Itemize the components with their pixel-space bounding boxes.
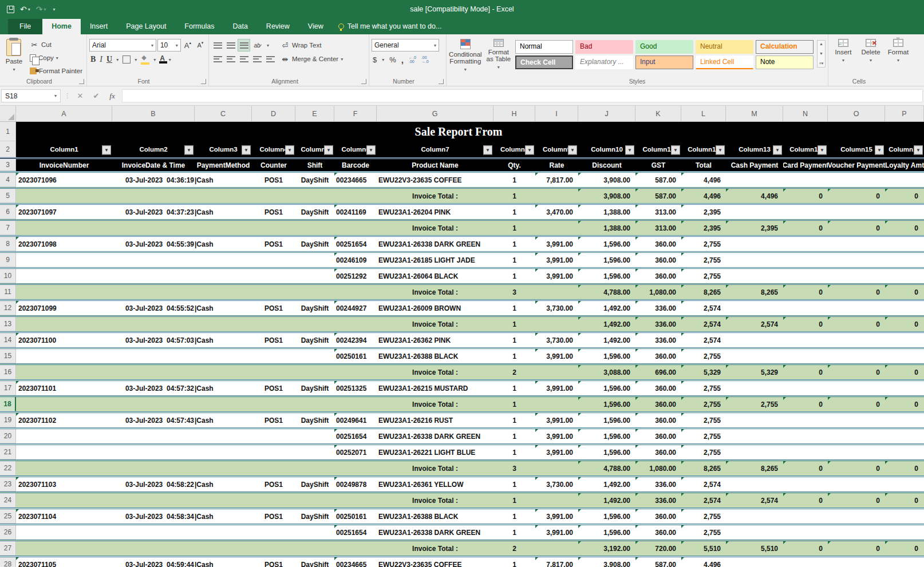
cell-L6[interactable]: 2,395 [681, 205, 726, 219]
cell-A18[interactable] [16, 397, 112, 411]
cell-A28[interactable]: 2023071105 [16, 557, 112, 567]
cell-M18[interactable]: 2,755 [726, 397, 783, 411]
cell-style-calculation[interactable]: Calculation [756, 40, 814, 54]
cell-K21[interactable]: 360.00 [635, 445, 681, 459]
cell-D10[interactable] [252, 269, 295, 283]
row-header-11[interactable]: 11 [0, 285, 16, 299]
cell-J6[interactable]: 1,388.00 [578, 205, 635, 219]
cell-I17[interactable]: 3,991.00 [535, 381, 578, 395]
cell-A11[interactable] [16, 285, 112, 299]
cell-M23[interactable] [726, 477, 783, 491]
cell-E23[interactable]: DayShift [295, 477, 334, 491]
cell-E17[interactable]: DayShift [295, 381, 334, 395]
invoice-total-label[interactable]: Invoice Total : [377, 541, 493, 556]
cell-N22[interactable]: 0 [783, 461, 828, 475]
table-header-product-name[interactable]: Product Name [377, 159, 493, 171]
column-header-N[interactable]: N [783, 106, 828, 121]
tab-home[interactable]: Home [42, 19, 81, 34]
orientation-button[interactable]: ab̷ [251, 39, 263, 51]
cell-O6[interactable] [828, 205, 885, 219]
filter-dropdown-icon[interactable]: ▼ [525, 145, 534, 154]
cell-J19[interactable]: 1,596.00 [578, 413, 635, 427]
cell-N8[interactable] [783, 237, 828, 251]
column-header-J[interactable]: J [578, 106, 635, 121]
cell-A27[interactable] [16, 541, 112, 556]
cell-K20[interactable]: 360.00 [635, 429, 681, 443]
conditional-formatting-button[interactable]: Conditional Formatting ▾ [449, 37, 482, 77]
cell-E27[interactable] [295, 541, 334, 556]
filter-dropdown-icon[interactable]: ▼ [875, 145, 884, 154]
cell-F20[interactable]: 00251654 [334, 429, 377, 443]
row-header-5[interactable]: 5 [0, 189, 16, 203]
cell-N13[interactable]: 0 [783, 317, 828, 331]
cell-B16[interactable] [112, 365, 195, 379]
number-format-select[interactable]: General▾ [372, 39, 439, 51]
cell-M26[interactable] [726, 525, 783, 540]
cell-P10[interactable] [885, 269, 924, 283]
cell-J8[interactable]: 1,596.00 [578, 237, 635, 251]
cell-M19[interactable] [726, 413, 783, 427]
cell-L8[interactable]: 2,755 [681, 237, 726, 251]
cell-B11[interactable] [112, 285, 195, 299]
align-center-button[interactable] [224, 53, 237, 65]
cell-F27[interactable] [334, 541, 377, 556]
undo-button[interactable]: ↶▾ [20, 5, 30, 14]
cell-N16[interactable]: 0 [783, 365, 828, 379]
cell-I9[interactable]: 3,991.00 [535, 253, 578, 267]
cell-C4[interactable]: |Cash [195, 173, 252, 187]
cell-H26[interactable]: 1 [493, 525, 535, 540]
cell-N23[interactable] [783, 477, 828, 491]
cell-A21[interactable] [16, 445, 112, 459]
cell-K9[interactable]: 360.00 [635, 253, 681, 267]
italic-button[interactable]: I [100, 55, 102, 64]
cell-O22[interactable]: 0 [828, 461, 885, 475]
cell-H15[interactable]: 1 [493, 349, 535, 363]
cell-O24[interactable]: 0 [828, 493, 885, 507]
cell-F8[interactable]: 00251654 [334, 237, 377, 251]
filter-header-column10[interactable]: Column10▼ [578, 141, 635, 157]
invoice-total-label[interactable]: Invoice Total : [377, 285, 493, 299]
cell-F6[interactable]: 00241169 [334, 205, 377, 219]
cell-D16[interactable] [252, 365, 295, 379]
filter-dropdown-icon[interactable]: ▼ [483, 145, 492, 154]
cell-O25[interactable] [828, 509, 885, 524]
cell-O23[interactable] [828, 477, 885, 491]
cell-N10[interactable] [783, 269, 828, 283]
filter-header-column3[interactable]: Column3▼ [195, 141, 252, 157]
cell-P15[interactable] [885, 349, 924, 363]
top-align-button[interactable] [211, 39, 224, 51]
column-header-H[interactable]: H [493, 106, 535, 121]
cell-B14[interactable]: 03-Jul-2023 04:57:03 [112, 333, 195, 347]
cell-style-explanatory-[interactable]: Explanatory ... [575, 55, 633, 69]
filter-dropdown-icon[interactable]: ▼ [568, 145, 577, 154]
cell-E25[interactable]: DayShift [295, 509, 334, 524]
table-header-shift[interactable]: Shift [295, 159, 334, 171]
row-header-26[interactable]: 26 [0, 525, 16, 540]
cell-C26[interactable] [195, 525, 252, 540]
row-header-27[interactable]: 27 [0, 541, 16, 556]
row-header-1[interactable]: 1 [0, 122, 16, 141]
cell-G15[interactable]: EWU23A1-26388 BLACK [377, 349, 493, 363]
cell-style-check-cell[interactable]: Check Cell [515, 55, 573, 69]
row-header-8[interactable]: 8 [0, 237, 16, 251]
cell-L4[interactable]: 4,496 [681, 173, 726, 187]
cell-O18[interactable]: 0 [828, 397, 885, 411]
cell-O12[interactable] [828, 301, 885, 315]
column-header-B[interactable]: B [112, 106, 195, 121]
cell-O7[interactable]: 0 [828, 221, 885, 235]
cell-O13[interactable]: 0 [828, 317, 885, 331]
cell-D5[interactable] [252, 189, 295, 203]
cell-P6[interactable] [885, 205, 924, 219]
cell-I12[interactable]: 3,730.00 [535, 301, 578, 315]
cell-F13[interactable] [334, 317, 377, 331]
cell-E16[interactable] [295, 365, 334, 379]
filter-header-column5[interactable]: Column5▼ [295, 141, 334, 157]
cell-C11[interactable] [195, 285, 252, 299]
cell-A22[interactable] [16, 461, 112, 475]
row-header-24[interactable]: 24 [0, 493, 16, 507]
cell-F28[interactable]: 00234665 [334, 557, 377, 567]
cell-F9[interactable]: 00246109 [334, 253, 377, 267]
cell-N11[interactable]: 0 [783, 285, 828, 299]
cell-D13[interactable] [252, 317, 295, 331]
cell-O8[interactable] [828, 237, 885, 251]
